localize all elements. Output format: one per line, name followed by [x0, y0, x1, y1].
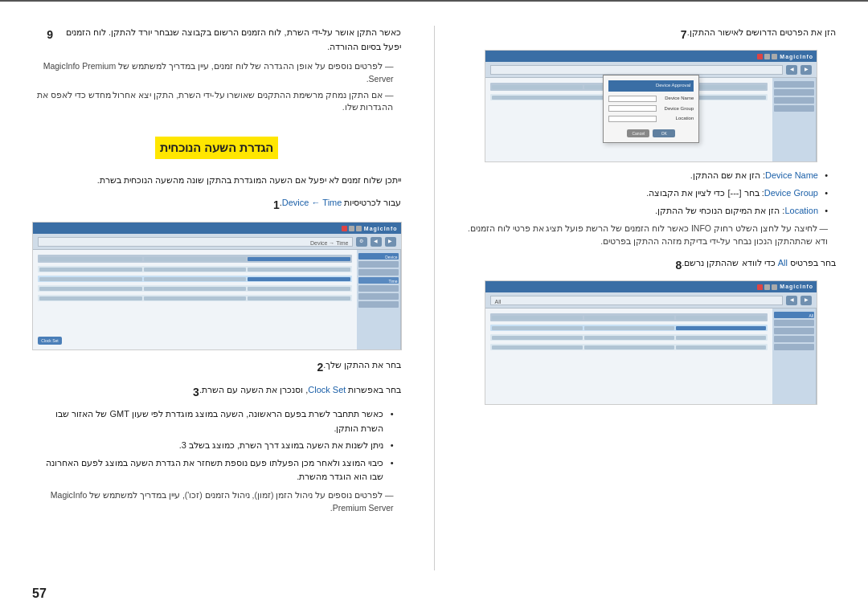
cell-r2-3	[492, 326, 582, 330]
right-screenshot-2: MagicInfo ▶ ◀ All All	[485, 280, 817, 405]
mock-min-r2	[772, 284, 777, 290]
dialog-label-location: Location	[676, 115, 694, 123]
mock-toolbar-1: ▶ ◀ ⚙ Device → Time	[33, 234, 401, 250]
mock-table-header-1	[38, 255, 352, 263]
toolbar-btn-r4: ◀	[786, 296, 797, 305]
step1-number: 1	[264, 196, 280, 214]
sidebar-item-2	[358, 269, 399, 276]
mock-sidebar-r2: All	[772, 309, 817, 404]
toolbar-address: Device → Time	[38, 237, 353, 247]
cell-2-1	[248, 277, 350, 281]
dialog-field-group: Device Group	[608, 105, 694, 113]
content-area: כאשר התקן אושר על-ידי השרת, לוח הזמנים ה…	[0, 2, 868, 586]
dialog-input-location	[608, 116, 657, 122]
page-number: 57	[32, 586, 47, 601]
mock-toolbar-r2: ▶ ◀ All	[485, 292, 817, 309]
mock-table-row-4	[38, 295, 352, 301]
section9-number: 9	[37, 26, 53, 43]
header-r1-3	[492, 85, 582, 89]
mock-titlebar-1: MagicInfo	[33, 223, 401, 234]
section7-row: הזן את הפרטים הדרושים לאישור ההתקן. 7	[467, 26, 837, 43]
cell-4-2	[144, 296, 247, 300]
sidebar-device: Device	[358, 253, 399, 260]
cell-r2-7	[676, 345, 766, 349]
sidebar-r1-4	[774, 105, 814, 112]
sidebar-r2-4	[774, 344, 814, 350]
mock-main-r2	[485, 309, 772, 404]
section7-bullets: Device Name: הזן את שם ההתקן. Device Gro…	[467, 169, 837, 218]
step3-note: — לפרטים נוספים על ניהול הזמן (זמון), ני…	[32, 489, 402, 515]
mock-table-row-3	[38, 285, 352, 292]
dialog-field-name: Device Name	[608, 95, 694, 103]
cell-r2-1	[676, 326, 766, 330]
dialog-label-name: Device Name	[665, 95, 694, 103]
toolbar-btn-r3: ▶	[800, 296, 812, 305]
step3-text: בחר באפשרות Clock Set, וסנכרן את השעה עם…	[199, 385, 402, 394]
toolbar-btn-3: ⚙	[356, 237, 367, 247]
mock-body-1: Device Time	[33, 250, 401, 349]
header-cell-1	[248, 257, 350, 261]
bullet-device-group: Device Group: בחר [---] כדי לציין את הקב…	[467, 186, 829, 201]
step2-row: בחר את ההתקן שלך. 2	[32, 358, 402, 376]
mock-action-bar: Clock Set	[38, 337, 352, 345]
section7-number: 7	[671, 26, 687, 43]
mock-minimize	[356, 226, 362, 231]
bullet-location: Location: הזן את המיקום הנוכחי של ההתקן.	[467, 204, 829, 219]
table-row-r2-2	[490, 334, 768, 341]
section9-content: כאשר התקן אושר על-ידי השרת, לוח הזמנים ה…	[53, 26, 402, 54]
step3-row: בחר באפשרות Clock Set, וסנכרן את השעה עם…	[32, 383, 402, 401]
mock-title-r2: MagicInfo	[780, 282, 813, 291]
mock-window-controls	[342, 226, 362, 231]
sidebar-item-4	[358, 293, 399, 300]
sidebar-r2-1	[774, 320, 814, 326]
section9-note2: — אם התקן נמחק מרשימת ההתקנים שאושרו על-…	[32, 89, 402, 115]
mock-clockset-btn: Clock Set	[38, 337, 62, 345]
cell-r2-2	[584, 326, 674, 330]
section9-note1: — לפרטים נוספים על אופן ההגדרה של לוח זמ…	[32, 60, 402, 86]
step1-row: עבור לכרטיסיות Device ← Time. 1	[32, 196, 402, 214]
cell-r2-4	[676, 336, 766, 340]
step2-text: בחר את ההתקן שלך.	[323, 360, 401, 370]
sidebar-r1-2	[774, 89, 814, 96]
mock-maximize	[349, 226, 354, 231]
page-container: כאשר התקן אושר על-ידי השרת, לוח הזמנים ה…	[0, 0, 868, 613]
section9-text: כאשר התקן אושר על-ידי השרת, לוח הזמנים ה…	[66, 27, 402, 51]
sidebar-item-1	[358, 261, 399, 268]
cell-r2-9	[492, 345, 582, 349]
sidebar-r1-3	[774, 97, 814, 104]
header-r2-3	[492, 316, 582, 320]
mock-controls-r2	[757, 284, 777, 290]
mock-main-1: Clock Set	[33, 250, 357, 349]
header-cell-2	[144, 257, 247, 261]
column-divider	[434, 26, 435, 570]
cell-r2-6	[492, 336, 582, 340]
sidebar-item-3	[358, 285, 399, 292]
dialog-input-name	[608, 96, 657, 102]
sidebar-item-5	[358, 301, 399, 308]
section7-content: הזן את הפרטים הדרושים לאישור ההתקן.	[687, 26, 836, 40]
table-row-r2-3	[490, 344, 768, 350]
page-footer: 57	[0, 586, 868, 613]
highlighted-title: הגדרת השעה הנוכחית	[155, 137, 278, 159]
mock-max-r2	[764, 284, 770, 290]
section7-text: הזן את הפרטים הדרושים לאישור ההתקן.	[687, 27, 836, 37]
sidebar-r2-3	[774, 336, 814, 342]
mock-close	[342, 226, 347, 231]
left-column: כאשר התקן אושר על-ידי השרת, לוח הזמנים ה…	[32, 26, 402, 570]
mock-bottom-bar-r2: ◀◀ ▶▶	[485, 404, 817, 405]
dialog-ok-btn: OK	[653, 129, 675, 137]
cell-3-3	[39, 287, 142, 291]
subtitle-text: ייתכן שלוח זמנים לא יפעל אם השעה המוגדרת…	[32, 174, 402, 188]
cell-1-1	[248, 268, 350, 272]
cell-4-1	[248, 296, 350, 300]
section7-note: — לחיצה על לחצן השלט רחוק INFO כאשר לוח …	[467, 223, 837, 248]
mock-title-r1: MagicInfo	[780, 52, 813, 61]
mock-min-r1	[772, 54, 777, 59]
header-r2-2	[584, 316, 674, 320]
sidebar-r2-2	[774, 328, 814, 334]
step3-bullets: כאשר תתחבר לשרת בפעם הראשונה, השעה במוצג…	[32, 407, 402, 484]
mock-dialog-1: Device Approval Device Name Device Group…	[603, 75, 699, 142]
mock-titlebar-r2: MagicInfo	[485, 281, 817, 292]
step1-screenshot: MagicInfo ▶ ◀ ⚙ Device → Time Device	[32, 222, 402, 350]
mock-bottom-bar-1: ◀◀ ▶▶	[33, 349, 401, 350]
